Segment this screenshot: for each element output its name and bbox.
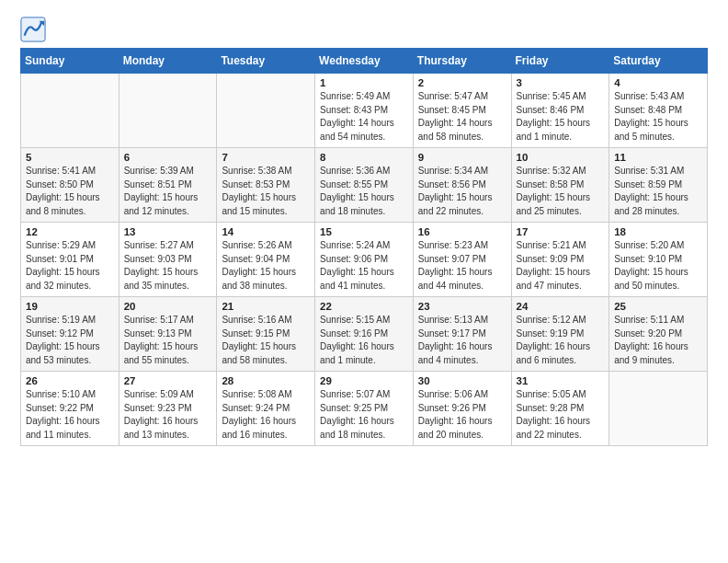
day-info: Sunrise: 5:39 AM Sunset: 8:51 PM Dayligh…	[124, 165, 212, 218]
calendar-cell: 29Sunrise: 5:07 AM Sunset: 9:25 PM Dayli…	[315, 372, 414, 446]
day-number: 11	[614, 152, 702, 163]
calendar-cell: 17Sunrise: 5:21 AM Sunset: 9:09 PM Dayli…	[511, 223, 609, 297]
logo	[20, 17, 50, 42]
day-number: 30	[418, 375, 506, 386]
calendar-cell	[119, 74, 217, 148]
calendar-cell: 10Sunrise: 5:32 AM Sunset: 8:58 PM Dayli…	[511, 148, 609, 223]
column-header-friday: Friday	[511, 49, 609, 74]
header-row: SundayMondayTuesdayWednesdayThursdayFrid…	[21, 49, 708, 74]
calendar-cell: 15Sunrise: 5:24 AM Sunset: 9:06 PM Dayli…	[315, 223, 414, 297]
day-number: 8	[320, 152, 408, 163]
day-info: Sunrise: 5:36 AM Sunset: 8:55 PM Dayligh…	[320, 165, 408, 218]
calendar-cell: 23Sunrise: 5:13 AM Sunset: 9:17 PM Dayli…	[413, 297, 511, 372]
week-row-1: 1Sunrise: 5:49 AM Sunset: 8:43 PM Daylig…	[21, 74, 708, 148]
calendar-cell: 12Sunrise: 5:29 AM Sunset: 9:01 PM Dayli…	[21, 223, 119, 297]
day-number: 21	[222, 301, 310, 312]
day-number: 2	[418, 77, 506, 88]
day-number: 13	[124, 226, 212, 237]
day-info: Sunrise: 5:11 AM Sunset: 9:20 PM Dayligh…	[614, 314, 702, 367]
calendar-cell: 11Sunrise: 5:31 AM Sunset: 8:59 PM Dayli…	[609, 148, 708, 223]
day-number: 12	[26, 226, 114, 237]
calendar-cell: 14Sunrise: 5:26 AM Sunset: 9:04 PM Dayli…	[217, 223, 315, 297]
day-number: 22	[320, 301, 408, 312]
day-info: Sunrise: 5:31 AM Sunset: 8:59 PM Dayligh…	[614, 165, 702, 218]
day-number: 10	[517, 152, 605, 163]
day-number: 6	[124, 152, 212, 163]
calendar-cell: 30Sunrise: 5:06 AM Sunset: 9:26 PM Dayli…	[413, 372, 511, 446]
day-info: Sunrise: 5:21 AM Sunset: 9:09 PM Dayligh…	[517, 239, 605, 293]
day-number: 1	[320, 77, 408, 88]
column-header-wednesday: Wednesday	[315, 49, 414, 74]
day-info: Sunrise: 5:08 AM Sunset: 9:24 PM Dayligh…	[222, 388, 310, 442]
day-number: 27	[124, 375, 212, 386]
calendar-cell: 7Sunrise: 5:38 AM Sunset: 8:53 PM Daylig…	[217, 148, 315, 223]
day-info: Sunrise: 5:45 AM Sunset: 8:46 PM Dayligh…	[517, 90, 605, 144]
column-header-tuesday: Tuesday	[217, 49, 315, 74]
calendar-cell	[21, 74, 119, 148]
day-info: Sunrise: 5:06 AM Sunset: 9:26 PM Dayligh…	[418, 388, 506, 442]
day-info: Sunrise: 5:24 AM Sunset: 9:06 PM Dayligh…	[320, 239, 408, 293]
week-row-5: 26Sunrise: 5:10 AM Sunset: 9:22 PM Dayli…	[21, 372, 708, 446]
calendar-cell: 8Sunrise: 5:36 AM Sunset: 8:55 PM Daylig…	[315, 148, 414, 223]
day-number: 18	[614, 226, 702, 237]
calendar-cell: 25Sunrise: 5:11 AM Sunset: 9:20 PM Dayli…	[609, 297, 708, 372]
calendar-cell: 20Sunrise: 5:17 AM Sunset: 9:13 PM Dayli…	[119, 297, 217, 372]
day-number: 15	[320, 226, 408, 237]
day-number: 28	[222, 375, 310, 386]
day-info: Sunrise: 5:16 AM Sunset: 9:15 PM Dayligh…	[222, 314, 310, 367]
day-info: Sunrise: 5:20 AM Sunset: 9:10 PM Dayligh…	[614, 239, 702, 293]
day-number: 3	[517, 77, 605, 88]
day-number: 4	[614, 77, 702, 88]
day-info: Sunrise: 5:29 AM Sunset: 9:01 PM Dayligh…	[26, 239, 114, 293]
calendar-cell: 16Sunrise: 5:23 AM Sunset: 9:07 PM Dayli…	[413, 223, 511, 297]
day-info: Sunrise: 5:34 AM Sunset: 8:56 PM Dayligh…	[418, 165, 506, 218]
day-info: Sunrise: 5:15 AM Sunset: 9:16 PM Dayligh…	[320, 314, 408, 367]
calendar-cell: 5Sunrise: 5:41 AM Sunset: 8:50 PM Daylig…	[21, 148, 119, 223]
calendar-cell	[609, 372, 708, 446]
calendar-cell: 31Sunrise: 5:05 AM Sunset: 9:28 PM Dayli…	[511, 372, 609, 446]
logo-icon	[20, 17, 46, 42]
day-info: Sunrise: 5:43 AM Sunset: 8:48 PM Dayligh…	[614, 90, 702, 144]
calendar-cell: 26Sunrise: 5:10 AM Sunset: 9:22 PM Dayli…	[21, 372, 119, 446]
calendar-cell: 28Sunrise: 5:08 AM Sunset: 9:24 PM Dayli…	[217, 372, 315, 446]
calendar-cell: 9Sunrise: 5:34 AM Sunset: 8:56 PM Daylig…	[413, 148, 511, 223]
day-number: 19	[26, 301, 114, 312]
day-info: Sunrise: 5:26 AM Sunset: 9:04 PM Dayligh…	[222, 239, 310, 293]
day-info: Sunrise: 5:13 AM Sunset: 9:17 PM Dayligh…	[418, 314, 506, 367]
day-number: 14	[222, 226, 310, 237]
week-row-2: 5Sunrise: 5:41 AM Sunset: 8:50 PM Daylig…	[21, 148, 708, 223]
day-number: 20	[124, 301, 212, 312]
day-info: Sunrise: 5:10 AM Sunset: 9:22 PM Dayligh…	[26, 388, 114, 442]
day-info: Sunrise: 5:05 AM Sunset: 9:28 PM Dayligh…	[517, 388, 605, 442]
column-header-monday: Monday	[119, 49, 217, 74]
calendar-cell: 13Sunrise: 5:27 AM Sunset: 9:03 PM Dayli…	[119, 223, 217, 297]
day-number: 23	[418, 301, 506, 312]
day-number: 24	[517, 301, 605, 312]
day-info: Sunrise: 5:49 AM Sunset: 8:43 PM Dayligh…	[320, 90, 408, 144]
week-row-3: 12Sunrise: 5:29 AM Sunset: 9:01 PM Dayli…	[21, 223, 708, 297]
day-info: Sunrise: 5:17 AM Sunset: 9:13 PM Dayligh…	[124, 314, 212, 367]
calendar-cell	[217, 74, 315, 148]
day-info: Sunrise: 5:27 AM Sunset: 9:03 PM Dayligh…	[124, 239, 212, 293]
day-info: Sunrise: 5:23 AM Sunset: 9:07 PM Dayligh…	[418, 239, 506, 293]
calendar-table: SundayMondayTuesdayWednesdayThursdayFrid…	[20, 48, 708, 446]
day-info: Sunrise: 5:12 AM Sunset: 9:19 PM Dayligh…	[517, 314, 605, 367]
day-info: Sunrise: 5:09 AM Sunset: 9:23 PM Dayligh…	[124, 388, 212, 442]
day-number: 5	[26, 152, 114, 163]
calendar-cell: 22Sunrise: 5:15 AM Sunset: 9:16 PM Dayli…	[315, 297, 414, 372]
column-header-sunday: Sunday	[21, 49, 119, 74]
header	[20, 17, 708, 42]
day-number: 17	[517, 226, 605, 237]
day-info: Sunrise: 5:32 AM Sunset: 8:58 PM Dayligh…	[517, 165, 605, 218]
column-header-thursday: Thursday	[413, 49, 511, 74]
column-header-saturday: Saturday	[609, 49, 708, 74]
calendar-cell: 27Sunrise: 5:09 AM Sunset: 9:23 PM Dayli…	[119, 372, 217, 446]
calendar-cell: 6Sunrise: 5:39 AM Sunset: 8:51 PM Daylig…	[119, 148, 217, 223]
calendar-cell: 19Sunrise: 5:19 AM Sunset: 9:12 PM Dayli…	[21, 297, 119, 372]
calendar-cell: 1Sunrise: 5:49 AM Sunset: 8:43 PM Daylig…	[315, 74, 414, 148]
day-number: 25	[614, 301, 702, 312]
day-info: Sunrise: 5:41 AM Sunset: 8:50 PM Dayligh…	[26, 165, 114, 218]
calendar-cell: 21Sunrise: 5:16 AM Sunset: 9:15 PM Dayli…	[217, 297, 315, 372]
calendar-cell: 24Sunrise: 5:12 AM Sunset: 9:19 PM Dayli…	[511, 297, 609, 372]
day-info: Sunrise: 5:07 AM Sunset: 9:25 PM Dayligh…	[320, 388, 408, 442]
